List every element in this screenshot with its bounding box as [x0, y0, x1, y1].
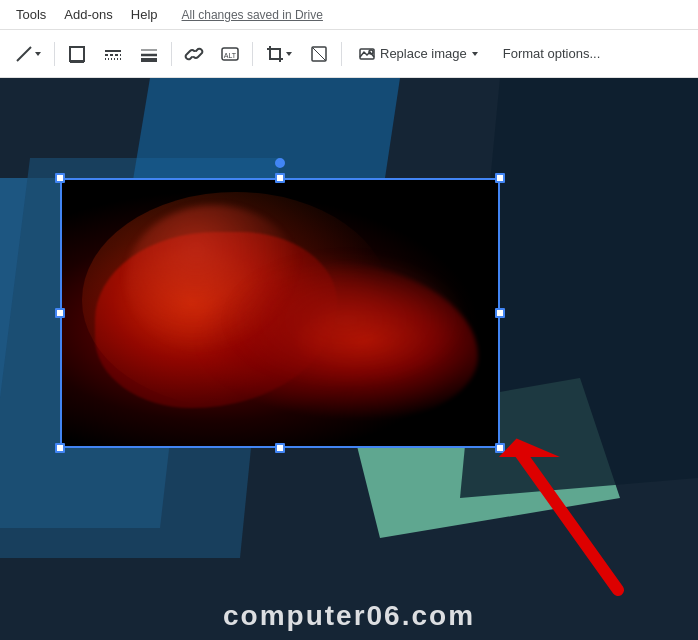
menu-bar: Tools Add-ons Help All changes saved in … [0, 0, 698, 30]
menu-items: Tools Add-ons Help [8, 4, 166, 25]
crop-dropdown-icon [285, 50, 293, 58]
replace-image-dropdown-icon [471, 50, 479, 58]
alt-text-button[interactable]: ALT [214, 38, 246, 70]
toolbar: ALT Replace image Format o [0, 30, 698, 78]
crop-button[interactable] [259, 38, 299, 70]
format-options-label: Format options... [503, 46, 601, 61]
canvas-area[interactable]: computer06.com [0, 78, 698, 640]
selected-image-container[interactable] [60, 178, 500, 448]
link-button[interactable] [178, 38, 210, 70]
format-options-button[interactable]: Format options... [493, 38, 611, 70]
svg-rect-2 [70, 47, 84, 61]
watermark: computer06.com [0, 592, 698, 640]
toolbar-divider-3 [252, 42, 253, 66]
rotate-handle[interactable] [275, 158, 285, 168]
handle-bottom-right[interactable] [495, 443, 505, 453]
replace-image-icon [358, 45, 376, 63]
svg-line-14 [312, 47, 326, 61]
border-color-icon [67, 44, 87, 64]
svg-marker-12 [286, 52, 292, 56]
svg-marker-1 [35, 52, 41, 56]
toolbar-divider-1 [54, 42, 55, 66]
crop-icon [265, 44, 285, 64]
border-color-button[interactable] [61, 38, 93, 70]
border-dash-icon [103, 44, 123, 64]
toolbar-divider-4 [341, 42, 342, 66]
handle-bottom-left[interactable] [55, 443, 65, 453]
replace-image-label: Replace image [380, 46, 467, 61]
mask-button[interactable] [303, 38, 335, 70]
alt-text-icon: ALT [220, 44, 240, 64]
svg-marker-17 [472, 52, 478, 56]
toolbar-divider-2 [171, 42, 172, 66]
svg-line-0 [17, 47, 31, 61]
handle-bottom-center[interactable] [275, 443, 285, 453]
menu-addons[interactable]: Add-ons [56, 4, 120, 25]
replace-image-button[interactable]: Replace image [348, 38, 489, 70]
border-weight-button[interactable] [133, 38, 165, 70]
menu-help[interactable]: Help [123, 4, 166, 25]
border-weight-icon [139, 44, 159, 64]
handle-top-center[interactable] [275, 173, 285, 183]
line-icon [14, 44, 34, 64]
handle-top-right[interactable] [495, 173, 505, 183]
svg-point-16 [369, 50, 373, 54]
svg-text:ALT: ALT [224, 52, 237, 59]
svg-rect-3 [70, 60, 84, 63]
line-tool-button[interactable] [8, 38, 48, 70]
handle-middle-right[interactable] [495, 308, 505, 318]
menu-tools[interactable]: Tools [8, 4, 54, 25]
dropdown-arrow-icon [34, 50, 42, 58]
mask-icon [309, 44, 329, 64]
selected-image [60, 178, 500, 448]
handle-middle-left[interactable] [55, 308, 65, 318]
border-dash-button[interactable] [97, 38, 129, 70]
save-status: All changes saved in Drive [182, 8, 323, 22]
handle-top-left[interactable] [55, 173, 65, 183]
link-icon [184, 44, 204, 64]
